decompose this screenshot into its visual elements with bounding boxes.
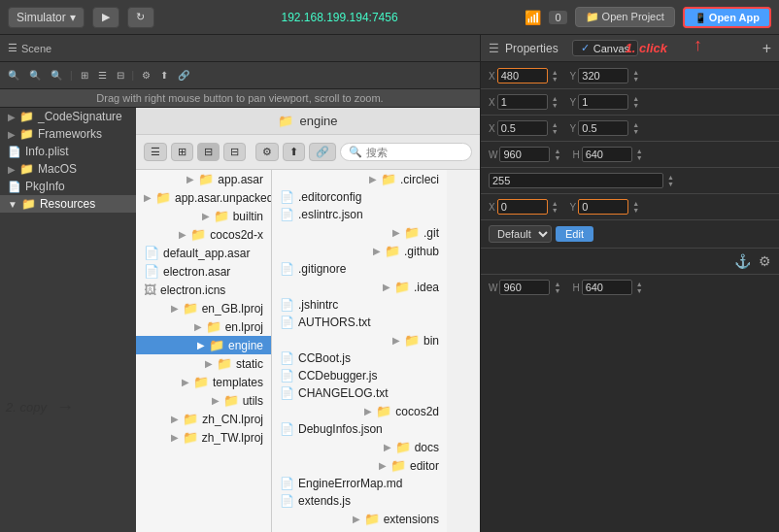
spin-down-icon[interactable]: ▼	[632, 207, 639, 214]
settings2-icon[interactable]: ⚙	[759, 253, 771, 269]
list-item[interactable]: ▶ 📁 external	[272, 528, 447, 532]
default-select[interactable]: Default	[489, 225, 552, 243]
x-spinner[interactable]: ▲ ▼	[552, 69, 559, 83]
spin-up-icon[interactable]: ▲	[636, 148, 643, 154]
spin-up-icon[interactable]: ▲	[554, 148, 560, 154]
list-item[interactable]: 📄 electron.asar	[136, 262, 271, 281]
scene-item-codesig[interactable]: ▶ 📁 _CodeSignature	[0, 108, 136, 125]
list-item[interactable]: ▶ 📁 cocos2d-x	[136, 225, 271, 244]
back-button[interactable]: ☰	[144, 143, 167, 161]
list-item[interactable]: 📄 .editorconfig	[272, 188, 447, 206]
spin-down-icon[interactable]: ▼	[554, 154, 560, 161]
y-input[interactable]	[578, 68, 628, 83]
columns-view-button[interactable]: ⊟	[197, 143, 220, 161]
spin-down-icon[interactable]: ▼	[636, 287, 643, 294]
sx-spinner[interactable]: ▲ ▼	[552, 121, 559, 135]
search-icon[interactable]: 🔍	[47, 68, 66, 83]
spin-up-icon[interactable]: ▲	[552, 121, 559, 128]
zoom-out-icon[interactable]: 🔍	[25, 68, 45, 83]
list-item[interactable]: ▶ 📁 .github	[272, 242, 447, 260]
link-icon[interactable]: 🔗	[174, 68, 193, 83]
list-item[interactable]: 📄 AUTHORS.txt	[272, 314, 447, 331]
list-item[interactable]: ▶ 📁 en_GB.lproj	[136, 299, 271, 317]
list-item[interactable]: 📄 EngineErrorMap.md	[272, 475, 447, 492]
open-project-button[interactable]: 📁 Open Project	[575, 7, 675, 27]
anchor-y-input[interactable]	[578, 94, 628, 110]
list-item[interactable]: ▶ 📁 static	[136, 354, 271, 373]
y3-input[interactable]	[578, 199, 628, 215]
spin-down-icon[interactable]: ▼	[632, 76, 639, 83]
list-item[interactable]: ▶ 📁 builtin	[136, 207, 271, 225]
sy-spinner[interactable]: ▲ ▼	[632, 121, 639, 135]
list-item[interactable]: 📄 .gitignore	[272, 260, 447, 278]
spin-down-icon[interactable]: ▼	[552, 102, 559, 109]
scene-item-infoplist[interactable]: 📄 Info.plist	[0, 143, 136, 160]
edit-button[interactable]: Edit	[556, 226, 593, 242]
icon-view-button[interactable]: ⊟	[223, 143, 246, 161]
w-spinner[interactable]: ▲ ▼	[554, 148, 560, 161]
y-spinner[interactable]: ▲ ▼	[632, 69, 639, 83]
scale-y-input[interactable]	[578, 120, 628, 136]
list-item[interactable]: ▶ 📁 zh_TW.lproj	[136, 428, 271, 447]
list-item[interactable]: 📄 CCDebugger.js	[272, 367, 447, 384]
height-input[interactable]	[582, 147, 632, 162]
list-item[interactable]: ▶ 📁 app.asar.unpacked	[136, 188, 271, 207]
h2-input[interactable]	[582, 280, 632, 295]
open-app-button[interactable]: 📱 Open App	[683, 7, 771, 28]
scene-item-frameworks[interactable]: ▶ 📁 Frameworks	[0, 125, 136, 143]
list-item[interactable]: ▶ 📁 templates	[136, 373, 271, 391]
list-item[interactable]: ▶ 📁 utils	[136, 391, 271, 410]
x3-input[interactable]	[497, 199, 548, 215]
spin-down-icon[interactable]: ▼	[632, 102, 639, 109]
w2-spinner[interactable]: ▲ ▼	[554, 281, 560, 294]
list-item[interactable]: 📄 DebugInfos.json	[272, 420, 447, 438]
x3-spinner[interactable]: ▲ ▼	[552, 200, 559, 214]
list-item[interactable]: 🖼 electron.icns	[136, 281, 271, 299]
spin-up-icon[interactable]: ▲	[632, 121, 639, 128]
ay-spinner[interactable]: ▲ ▼	[632, 95, 639, 109]
spin-down-icon[interactable]: ▼	[554, 287, 560, 294]
link-button[interactable]: 🔗	[309, 143, 336, 161]
list-item[interactable]: 📄 .eslintrc.json	[272, 206, 447, 223]
spin-up-icon[interactable]: ▲	[552, 200, 559, 207]
spin-up-icon[interactable]: ▲	[552, 69, 559, 76]
spin-down-icon[interactable]: ▼	[636, 154, 643, 161]
settings-button[interactable]: ⚙	[255, 143, 279, 161]
spin-up-icon[interactable]: ▲	[667, 174, 674, 181]
scene-item-macos[interactable]: ▶ 📁 MacOS	[0, 160, 136, 178]
scale-x-input[interactable]	[497, 120, 548, 136]
list-icon[interactable]: ☰	[94, 68, 111, 83]
y3-spinner[interactable]: ▲ ▼	[632, 200, 639, 214]
list-item[interactable]: ▶ 📁 extensions	[272, 510, 447, 528]
w2-input[interactable]	[499, 280, 550, 295]
spin-down-icon[interactable]: ▼	[552, 128, 559, 135]
export-icon[interactable]: ⬆	[156, 68, 172, 83]
spin-down-icon[interactable]: ▼	[667, 181, 674, 187]
list-item[interactable]: ▶ 📁 .idea	[272, 278, 447, 296]
spin-up-icon[interactable]: ▲	[554, 281, 560, 287]
spin-down-icon[interactable]: ▼	[632, 128, 639, 135]
list-item[interactable]: 📄 default_app.asar	[136, 244, 271, 262]
spin-up-icon[interactable]: ▲	[632, 69, 639, 76]
spin-up-icon[interactable]: ▲	[636, 281, 643, 287]
search-input[interactable]	[366, 147, 463, 158]
list-item[interactable]: ▶ 📁 zh_CN.lproj	[136, 410, 271, 428]
grid-view-button[interactable]: ⊞	[171, 143, 193, 161]
list-item[interactable]: ▶ 📁 editor	[272, 456, 447, 475]
list-item[interactable]: ▶ 📁 bin	[272, 331, 447, 349]
h-spinner[interactable]: ▲ ▼	[636, 148, 643, 161]
list-item[interactable]: ▶ 📁 .circleci	[272, 170, 447, 188]
simulator-button[interactable]: Simulator ▾	[8, 7, 85, 28]
refresh-button[interactable]: ↻	[127, 7, 154, 28]
zoom-in-icon[interactable]: 🔍	[4, 68, 23, 83]
list-item[interactable]: 📄 .jshintrc	[272, 296, 447, 314]
list-item[interactable]: ▶ 📁 engine	[136, 336, 271, 354]
add-component-button[interactable]: +	[762, 40, 771, 57]
search-box[interactable]: 🔍	[340, 143, 472, 161]
spin-up-icon[interactable]: ▲	[632, 95, 639, 102]
spin-up-icon[interactable]: ▲	[552, 95, 559, 102]
list-item[interactable]: ▶ 📁 cocos2d	[272, 402, 447, 420]
list-item[interactable]: ▶ 📁 docs	[272, 438, 447, 456]
list-item[interactable]: ▶ 📁 app.asar	[136, 170, 271, 188]
spin-down-icon[interactable]: ▼	[552, 207, 559, 214]
